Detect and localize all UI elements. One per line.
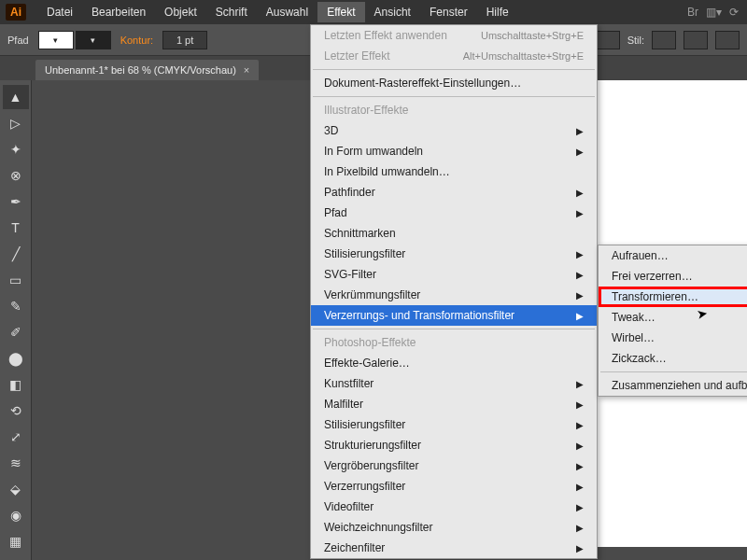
doc-tab-title: Unbenannt-1* bei 68 % (CMYK/Vorschau) — [45, 64, 236, 76]
menu-texture[interactable]: Strukturierungsfilter▶ — [311, 435, 597, 455]
photoshop-effects-header: Photoshop-Effekte — [311, 332, 597, 353]
stroke-swatch[interactable]: ▾ — [76, 31, 111, 49]
menu-brushstrokes[interactable]: Malfilter▶ — [311, 394, 597, 414]
bridge-icon[interactable]: Br — [685, 5, 700, 20]
tool-type[interactable]: T — [3, 216, 29, 240]
tool-rectangle[interactable]: ▭ — [3, 268, 29, 292]
submenu-tweak[interactable]: Tweak… — [599, 307, 747, 328]
stroke-weight-input[interactable]: 1 pt — [162, 31, 207, 49]
tool-eraser[interactable]: ◧ — [3, 372, 29, 397]
tool-direct-select[interactable]: ▷ — [3, 111, 29, 135]
opacity-box[interactable] — [596, 31, 620, 49]
menu-path[interactable]: Pfad▶ — [311, 203, 597, 223]
menu-video[interactable]: Videofilter▶ — [311, 497, 597, 517]
menu-raster-settings[interactable]: Dokument-Rastereffekt-Einstellungen… — [311, 73, 597, 93]
distort-transform-submenu: Aufrauen… Frei verzerren… Transformieren… — [598, 245, 747, 397]
tool-shape-builder[interactable]: ◉ — [3, 503, 29, 527]
tool-blob[interactable]: ⬤ — [3, 346, 29, 371]
menu-pixelate[interactable]: Vergröberungsfilter▶ — [311, 455, 597, 476]
menu-last-effect: Letzter EffektAlt+Umschalttaste+Strg+E — [311, 46, 597, 66]
submenu-free-distort[interactable]: Frei verzerren… — [599, 266, 747, 287]
tool-width[interactable]: ≋ — [3, 451, 29, 475]
submenu-twist[interactable]: Wirbel… — [599, 328, 747, 348]
align-box[interactable] — [684, 31, 708, 49]
menu-effekt[interactable]: Effekt — [317, 2, 364, 22]
menu-distort-transform[interactable]: Verzerrungs- und Transformationsfilter▶ — [311, 305, 597, 326]
menu-sketch[interactable]: Zeichenfilter▶ — [311, 538, 597, 558]
tool-pencil[interactable]: ✐ — [3, 320, 29, 344]
tool-selection[interactable]: ▲ — [3, 85, 29, 109]
menu-3d[interactable]: 3D▶ — [311, 120, 597, 141]
menu-stylize-ps[interactable]: Stilisierungsfilter▶ — [311, 414, 597, 435]
menu-cropmarks[interactable]: Schnittmarken — [311, 223, 597, 244]
menu-fenster[interactable]: Fenster — [420, 2, 477, 22]
menu-auswahl[interactable]: Auswahl — [257, 2, 317, 22]
submenu-pucker-bloat[interactable]: Zusammenziehen und aufblasen… — [599, 375, 747, 396]
menu-artistic[interactable]: Kunstfilter▶ — [311, 373, 597, 394]
menu-objekt[interactable]: Objekt — [155, 2, 206, 22]
tool-gradient[interactable]: ▦ — [3, 529, 29, 553]
doc-close-icon[interactable]: × — [244, 64, 249, 76]
tool-line[interactable]: ╱ — [3, 242, 29, 266]
tool-scale[interactable]: ⤢ — [3, 425, 29, 449]
sync-icon[interactable]: ⟳ — [726, 5, 741, 20]
submenu-transform[interactable]: Transformieren… — [599, 287, 747, 307]
menu-svg-filter[interactable]: SVG-Filter▶ — [311, 264, 597, 285]
menu-pathfinder[interactable]: Pathfinder▶ — [311, 182, 597, 203]
menu-effect-gallery[interactable]: Effekte-Galerie… — [311, 353, 597, 373]
tool-panel: ▲ ▷ ✦ ⊗ ✒ T ╱ ▭ ✎ ✐ ⬤ ◧ ⟲ ⤢ ≋ ⬙ ◉ ▦ ▥ ▢ — [0, 80, 32, 560]
menu-schrift[interactable]: Schrift — [206, 2, 257, 22]
menu-convert-shape[interactable]: In Form umwandeln▶ — [311, 141, 597, 161]
ai-logo: Ai — [6, 4, 26, 21]
menu-apply-last-effect: Letzten Effekt anwendenUmschalttaste+Str… — [311, 25, 597, 46]
tool-magic-wand[interactable]: ✦ — [3, 137, 29, 161]
menu-stylize[interactable]: Stilisierungsfilter▶ — [311, 244, 597, 264]
style-box[interactable] — [652, 31, 676, 49]
tool-lasso[interactable]: ⊗ — [3, 163, 29, 188]
menu-warp[interactable]: Verkrümmungsfilter▶ — [311, 285, 597, 305]
tool-brush[interactable]: ✎ — [3, 294, 29, 318]
submenu-roughen[interactable]: Aufrauen… — [599, 245, 747, 266]
mode-label: Pfad — [7, 35, 29, 46]
tool-pen[interactable]: ✒ — [3, 189, 29, 214]
tool-rotate[interactable]: ⟲ — [3, 399, 29, 423]
tool-graph[interactable]: ▥ — [3, 555, 29, 560]
stroke-label: Kontur: — [120, 35, 153, 46]
fill-swatch[interactable]: ▾ — [38, 31, 74, 49]
arrange-icon[interactable]: ▥▾ — [706, 5, 721, 20]
menu-blur[interactable]: Weichzeichnungsfilter▶ — [311, 517, 597, 538]
style-label: Stil: — [627, 35, 644, 46]
menu-hilfe[interactable]: Hilfe — [477, 2, 518, 22]
illustrator-effects-header: Illustrator-Effekte — [311, 100, 597, 120]
doc-tab[interactable]: Unbenannt-1* bei 68 % (CMYK/Vorschau) × — [35, 60, 259, 80]
menu-bearbeiten[interactable]: Bearbeiten — [82, 2, 155, 22]
effect-menu-dropdown: Letzten Effekt anwendenUmschalttaste+Str… — [310, 24, 598, 559]
tool-free-transform[interactable]: ⬙ — [3, 477, 29, 501]
menu-datei[interactable]: Datei — [37, 2, 82, 22]
menubar: Ai Datei Bearbeiten Objekt Schrift Auswa… — [0, 0, 747, 24]
submenu-zigzag[interactable]: Zickzack… — [599, 348, 747, 369]
transform-box[interactable] — [715, 31, 740, 49]
menu-distort-ps[interactable]: Verzerrungsfilter▶ — [311, 476, 597, 497]
menu-ansicht[interactable]: Ansicht — [365, 2, 420, 22]
menu-rasterize[interactable]: In Pixelbild umwandeln… — [311, 161, 597, 182]
